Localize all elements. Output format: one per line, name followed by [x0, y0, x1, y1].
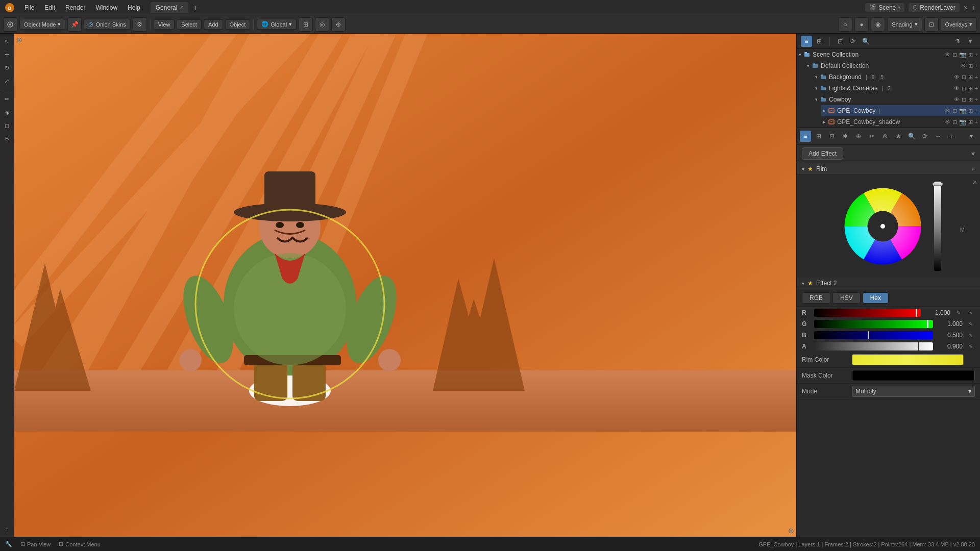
- rim-color-swatch[interactable]: [852, 354, 964, 365]
- tool-move[interactable]: ✛: [2, 49, 13, 60]
- outliner-mode-btn[interactable]: ⊞: [814, 36, 825, 47]
- tool-scale[interactable]: ⤢: [2, 76, 13, 87]
- scene-selector[interactable]: Scene: [878, 4, 896, 11]
- color-picker-close-btn[interactable]: ×: [973, 178, 977, 186]
- gpe-shadow-grid-icon[interactable]: ⊞: [968, 119, 973, 126]
- scene-coll-camera-icon[interactable]: 📷: [959, 52, 966, 58]
- prop-icon-12[interactable]: +: [946, 131, 957, 142]
- outliner-filter-btn[interactable]: ⊡: [835, 36, 846, 47]
- mask-color-swatch[interactable]: [852, 370, 975, 381]
- mode-dropdown[interactable]: Multiply ▾: [852, 386, 975, 397]
- scene-coll-eye-icon[interactable]: 👁: [945, 52, 950, 58]
- prop-icon-active[interactable]: ≡: [800, 131, 811, 142]
- tool-fill[interactable]: ◈: [2, 107, 13, 118]
- menu-window[interactable]: Window: [91, 3, 121, 12]
- gpe-plus-icon[interactable]: +: [975, 108, 978, 114]
- gpe-shadow-eye-icon[interactable]: 👁: [945, 119, 950, 125]
- r-slider[interactable]: [814, 309, 921, 317]
- tool-extra[interactable]: ↑: [2, 523, 13, 535]
- gpe-shadow-camera-icon[interactable]: 📷: [959, 119, 966, 126]
- outliner-search-btn[interactable]: 🔍: [860, 36, 871, 47]
- lights-restrict-icon[interactable]: ⊡: [962, 85, 966, 92]
- wireframe-shade-btn[interactable]: ○: [838, 17, 852, 32]
- add-effect-button[interactable]: Add Effect: [802, 147, 843, 160]
- a-edit-icon[interactable]: ✎: [967, 342, 975, 350]
- default-collection-item[interactable]: ▾ Default Collection 👁 ⊞ +: [805, 60, 980, 71]
- cowboy-item[interactable]: ▾ Cowboy 👁 ⊡ ⊞ +: [813, 94, 980, 105]
- a-slider[interactable]: [814, 342, 933, 350]
- prop-icon-10[interactable]: ⟳: [919, 131, 930, 142]
- gpe-restrict-icon[interactable]: ⊡: [952, 108, 957, 114]
- g-edit-icon[interactable]: ✎: [967, 320, 975, 328]
- lights-plus-icon[interactable]: +: [975, 85, 978, 91]
- scene-coll-grid-icon[interactable]: ⊞: [968, 52, 973, 58]
- solid-shade-btn[interactable]: ●: [854, 17, 869, 32]
- prop-icon-4[interactable]: ✱: [840, 131, 851, 142]
- workspace-tab-general[interactable]: General ×: [151, 2, 189, 13]
- menu-file[interactable]: File: [20, 3, 38, 12]
- outliner-extra-icon[interactable]: ▾: [965, 36, 976, 47]
- main-viewport[interactable]: ⊕ ⊕: [14, 34, 796, 537]
- prop-icon-6[interactable]: ✂: [866, 131, 877, 142]
- tool-cursor[interactable]: ↖: [2, 36, 13, 47]
- color-mode-hex[interactable]: Hex: [863, 292, 889, 304]
- value-slider[interactable]: [934, 182, 941, 271]
- lights-eye-icon[interactable]: 👁: [954, 85, 960, 91]
- scene-coll-plus-icon[interactable]: +: [975, 52, 978, 58]
- tool-rotate[interactable]: ↻: [2, 62, 13, 73]
- value-slider-handle[interactable]: [933, 183, 943, 186]
- bg-plus-icon[interactable]: +: [975, 74, 978, 80]
- effect2-chevron-icon[interactable]: ▾: [802, 281, 804, 286]
- r-close-icon[interactable]: ×: [967, 309, 975, 317]
- prop-icon-3[interactable]: ⊡: [826, 131, 838, 142]
- viewport-corner-tl[interactable]: ⊕: [16, 36, 22, 44]
- color-mode-rgb[interactable]: RGB: [802, 292, 830, 304]
- cowboy-restrict-icon[interactable]: ⊡: [962, 96, 966, 103]
- b-edit-icon[interactable]: ✎: [967, 331, 975, 339]
- prop-icon-7[interactable]: ⊗: [879, 131, 891, 142]
- effect1-star-icon[interactable]: ★: [807, 165, 813, 172]
- add-btn[interactable]: Add: [204, 19, 223, 30]
- onion-settings-icon[interactable]: ⚙: [133, 17, 147, 32]
- add-effect-chevron-icon[interactable]: ▾: [971, 149, 975, 158]
- scene-collection-item[interactable]: ▾ Scene Collection 👁 ⊡ 📷 ⊞ +: [797, 49, 980, 60]
- default-coll-grid-icon[interactable]: ⊞: [968, 63, 973, 69]
- effect1-chevron-icon[interactable]: ▾: [802, 166, 804, 172]
- gpe-eye-icon[interactable]: 👁: [945, 108, 950, 114]
- view-btn[interactable]: View: [154, 19, 175, 30]
- select-btn[interactable]: Select: [177, 19, 202, 30]
- bg-eye-icon[interactable]: 👁: [954, 74, 960, 80]
- prop-icon-8[interactable]: ★: [893, 131, 904, 142]
- prop-icon-5[interactable]: ⊕: [853, 131, 864, 142]
- gpe-cowboy-item[interactable]: ▸ GPE_Cowboy | 👁 ⊡ 📷 ⊞ +: [821, 105, 980, 116]
- lights-grid-icon[interactable]: ⊞: [968, 85, 973, 92]
- color-mode-hsv[interactable]: HSV: [832, 292, 861, 304]
- overlays-btn[interactable]: Overlays ▾: [941, 17, 977, 32]
- global-btn[interactable]: 🌐 Global ▾: [257, 19, 297, 30]
- prop-icon-11[interactable]: →: [933, 131, 944, 142]
- cowboy-grid-icon[interactable]: ⊞: [968, 96, 973, 103]
- mode-icon-btn[interactable]: [3, 17, 17, 32]
- shading-btn[interactable]: Shading ▾: [887, 17, 922, 32]
- cowboy-eye-icon[interactable]: 👁: [954, 96, 960, 103]
- menu-edit[interactable]: Edit: [40, 3, 59, 12]
- lights-cameras-item[interactable]: ▾ Lights & Cameras | 2 👁 ⊡ ⊞ +: [813, 83, 980, 94]
- effect2-star-icon[interactable]: ★: [807, 280, 813, 287]
- default-coll-plus-icon[interactable]: +: [975, 63, 978, 69]
- add-workspace-button[interactable]: +: [190, 3, 201, 13]
- gpe-shadow-restrict-icon[interactable]: ⊡: [952, 119, 957, 126]
- transform-icon[interactable]: ⊕: [331, 17, 346, 32]
- prop-icon-2[interactable]: ⊞: [813, 131, 824, 142]
- bg-restrict-icon[interactable]: ⊡: [962, 74, 966, 81]
- cowboy-plus-icon[interactable]: +: [975, 96, 978, 103]
- outliner-filter-icon[interactable]: ⚗: [952, 36, 963, 47]
- object-btn[interactable]: Object: [225, 19, 251, 30]
- tool-draw[interactable]: ✏: [2, 93, 13, 105]
- b-slider[interactable]: [814, 331, 933, 339]
- onion-skins-btn[interactable]: ◎ Onion Skins: [84, 19, 130, 30]
- object-mode-dropdown[interactable]: Object Mode ▾: [19, 19, 65, 30]
- menu-render[interactable]: Render: [61, 3, 89, 12]
- effect1-close-icon[interactable]: ×: [971, 165, 975, 172]
- gpe-shadow-plus-icon[interactable]: +: [975, 119, 978, 125]
- g-slider[interactable]: [814, 320, 933, 328]
